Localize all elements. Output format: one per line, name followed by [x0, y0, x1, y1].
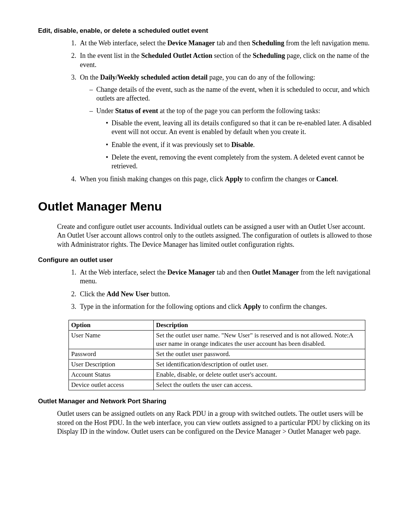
- table-cell-option: User Name: [69, 330, 154, 349]
- nps-paragraph: Outlet users can be assigned outlets on …: [57, 409, 373, 436]
- table-cell-option: Account Status: [69, 370, 154, 380]
- bold-text: Outlet Manager: [252, 268, 299, 276]
- bold-text: Cancel: [316, 175, 336, 183]
- table-cell-description: Set the outlet user name. "New User" is …: [154, 330, 365, 349]
- text: button.: [149, 290, 170, 298]
- text: to confirm the changes or: [243, 175, 316, 183]
- table-header-row: Option Description: [69, 320, 365, 330]
- table-row: User Description Set identification/desc…: [69, 359, 365, 369]
- list-item: When you finish making changes on this p…: [78, 175, 373, 184]
- text: At the Web interface, select the: [80, 39, 167, 47]
- text: tab and then: [215, 268, 252, 276]
- text: In the event list in the: [80, 52, 141, 59]
- list-item: At the Web interface, select the Device …: [78, 39, 373, 48]
- bold-text: Apply: [243, 303, 261, 310]
- ordered-list-configure: At the Web interface, select the Device …: [38, 268, 373, 312]
- table-row: User Name Set the outlet user name. "New…: [69, 330, 365, 349]
- ordered-list-edit: At the Web interface, select the Device …: [38, 39, 373, 184]
- page-title: Outlet Manager Menu: [38, 199, 373, 215]
- table-cell-description: Set identification/description of outlet…: [154, 359, 365, 369]
- section-heading-edit: Edit, disable, enable, or delete a sched…: [38, 27, 373, 35]
- table-cell-description: Enable, disable, or delete outlet user's…: [154, 370, 365, 380]
- text: .: [336, 175, 338, 183]
- text: from the left navigation menu.: [284, 39, 370, 47]
- bold-text: Scheduled Outlet Action: [141, 52, 212, 59]
- list-item: Delete the event, removing the event com…: [106, 153, 373, 171]
- text: Type in the information for the followin…: [80, 303, 243, 310]
- table-cell-description: Select the outlets the user can access.: [154, 380, 365, 390]
- list-item: Disable the event, leaving all its detai…: [106, 119, 373, 137]
- text: .: [253, 141, 255, 149]
- table-cell-description: Set the outlet user password.: [154, 349, 365, 359]
- list-item: At the Web interface, select the Device …: [78, 268, 373, 286]
- list-item: Type in the information for the followin…: [78, 302, 373, 311]
- bold-text: Disable: [231, 141, 253, 149]
- list-item: Click the Add New User button.: [78, 290, 373, 299]
- list-item: Under Status of event at the top of the …: [89, 107, 373, 171]
- options-table: Option Description User Name Set the out…: [68, 320, 365, 391]
- bold-text: Device Manager: [167, 268, 215, 276]
- text: at the top of the page you can perform t…: [158, 107, 320, 115]
- text: Enable the event, if it was previously s…: [112, 141, 231, 149]
- bold-text: Scheduling: [252, 39, 284, 47]
- text: tab and then: [215, 39, 252, 47]
- dash-list: Change details of the event, such as the…: [80, 85, 373, 171]
- table-row: Device outlet access Select the outlets …: [69, 380, 365, 390]
- table-row: Password Set the outlet user password.: [69, 349, 365, 359]
- intro-paragraph: Create and configure outlet user account…: [57, 222, 373, 249]
- text: page, you can do any of the following:: [208, 73, 315, 81]
- table-cell-option: User Description: [69, 359, 154, 369]
- bold-text: Status of event: [115, 107, 158, 115]
- text: to confirm the changes.: [261, 303, 327, 310]
- table-header-description: Description: [154, 320, 365, 330]
- text: Click the: [80, 290, 107, 298]
- bold-text: Apply: [225, 175, 243, 183]
- text: At the Web interface, select the: [80, 268, 167, 276]
- text: Under: [96, 107, 115, 115]
- section-heading-configure: Configure an outlet user: [38, 256, 373, 264]
- table-cell-option: Password: [69, 349, 154, 359]
- table-header-option: Option: [69, 320, 154, 330]
- list-item: Change details of the event, such as the…: [89, 85, 373, 103]
- bold-text: Device Manager: [167, 39, 215, 47]
- list-item: On the Daily/Weekly scheduled action det…: [78, 73, 373, 171]
- table-cell-option: Device outlet access: [69, 380, 154, 390]
- bold-text: Scheduling: [253, 52, 285, 59]
- text: section of the: [212, 52, 253, 59]
- section-heading-nps: Outlet Manager and Network Port Sharing: [38, 397, 373, 406]
- bold-text: Daily/Weekly scheduled action detail: [100, 73, 208, 81]
- table-row: Account Status Enable, disable, or delet…: [69, 370, 365, 380]
- list-item: Enable the event, if it was previously s…: [106, 141, 373, 149]
- bold-text: Add New User: [107, 290, 149, 298]
- bullet-list: Disable the event, leaving all its detai…: [96, 119, 373, 171]
- text: On the: [80, 73, 100, 81]
- text: When you finish making changes on this p…: [80, 175, 225, 183]
- list-item: In the event list in the Scheduled Outle…: [78, 51, 373, 69]
